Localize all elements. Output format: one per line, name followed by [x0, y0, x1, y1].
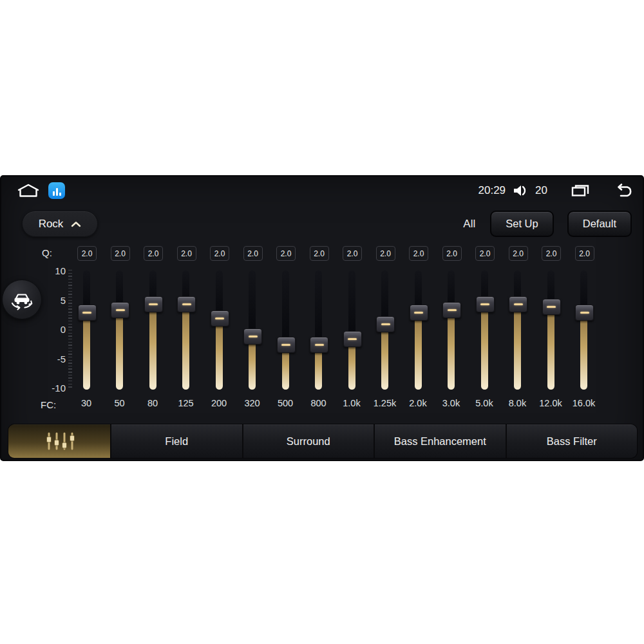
- back-icon[interactable]: [613, 183, 634, 198]
- gain-slider-handle-800[interactable]: [310, 337, 328, 353]
- recent-apps-icon[interactable]: [571, 183, 590, 198]
- slider-track-lower-200[interactable]: [216, 318, 223, 390]
- slider-track-lower-1.25k[interactable]: [381, 324, 388, 390]
- default-button[interactable]: Default: [567, 211, 632, 237]
- car-360-button[interactable]: [2, 279, 42, 319]
- clock: 20:29: [478, 184, 506, 197]
- gain-slider-handle-320[interactable]: [243, 328, 262, 345]
- gain-slider-handle-200[interactable]: [211, 310, 229, 327]
- q-value-1.25k[interactable]: 2.0: [376, 246, 395, 261]
- tab-bass-filter[interactable]: Bass Filter: [507, 424, 638, 458]
- handle-grip-mark: [315, 344, 324, 346]
- slider-track-upper-320[interactable]: [249, 270, 256, 336]
- bottom-tab-bar: FieldSurroundBass EnhancementBass Filter: [8, 424, 638, 459]
- slider-track-lower-8.0k[interactable]: [514, 303, 521, 390]
- handle-grip-mark: [414, 312, 423, 314]
- car-360-icon: [9, 288, 35, 311]
- axis-tick-ruler: [68, 270, 72, 390]
- all-label[interactable]: All: [463, 218, 477, 231]
- q-value-500[interactable]: 2.0: [276, 246, 296, 261]
- gain-slider-handle-500[interactable]: [277, 337, 296, 353]
- slider-track-lower-50[interactable]: [116, 309, 123, 390]
- q-value-125[interactable]: 2.0: [177, 246, 196, 261]
- slider-track-upper-800[interactable]: [315, 270, 322, 345]
- equalizer-screen: 20:29 20 Rock All Set Up Defau: [0, 175, 644, 461]
- q-value-3.0k[interactable]: 2.0: [442, 246, 462, 261]
- equalizer-sliders-icon: [43, 431, 76, 451]
- slider-track-upper-1.0k[interactable]: [348, 270, 355, 339]
- slider-track-lower-2.0k[interactable]: [415, 312, 422, 390]
- handle-grip-mark: [281, 344, 290, 346]
- slider-track-lower-80[interactable]: [149, 303, 156, 390]
- slider-track-lower-5.0k[interactable]: [481, 303, 488, 390]
- fc-value-16.0k: 16.0k: [565, 398, 603, 408]
- handle-grip-mark: [82, 312, 91, 314]
- axis-label-10: 10: [37, 265, 66, 277]
- handle-grip-mark: [182, 303, 191, 305]
- preset-label: Rock: [39, 218, 64, 231]
- volume-icon: [513, 184, 528, 198]
- q-value-5.0k[interactable]: 2.0: [475, 246, 495, 261]
- setup-button[interactable]: Set Up: [490, 211, 553, 237]
- equalizer-app-icon[interactable]: [48, 182, 65, 199]
- q-value-30[interactable]: 2.0: [77, 246, 97, 261]
- q-value-8.0k[interactable]: 2.0: [509, 246, 528, 261]
- eq-bar: [59, 193, 61, 196]
- q-value-800[interactable]: 2.0: [310, 246, 329, 261]
- gain-slider-handle-80[interactable]: [144, 296, 163, 312]
- gain-slider-handle-5.0k[interactable]: [476, 296, 495, 312]
- slider-track-lower-30[interactable]: [83, 312, 90, 390]
- gain-slider-handle-3.0k[interactable]: [442, 302, 461, 318]
- gain-slider-handle-50[interactable]: [111, 302, 129, 318]
- handle-grip-mark: [348, 338, 357, 340]
- preset-dropdown[interactable]: Rock: [22, 211, 98, 237]
- handle-grip-mark: [547, 306, 556, 308]
- q-value-200[interactable]: 2.0: [210, 246, 229, 261]
- q-row-label: Q:: [42, 247, 52, 258]
- handle-grip-mark: [149, 303, 158, 305]
- q-value-12.0k[interactable]: 2.0: [542, 246, 561, 261]
- gain-slider-handle-16.0k[interactable]: [575, 305, 594, 321]
- slider-track-lower-12.0k[interactable]: [547, 307, 554, 390]
- axis-label--5: -5: [37, 354, 66, 365]
- q-value-16.0k[interactable]: 2.0: [575, 246, 594, 261]
- handle-grip-mark: [215, 317, 224, 319]
- axis-label-0: 0: [37, 324, 66, 336]
- handle-grip-mark: [249, 336, 258, 337]
- slider-track-lower-3.0k[interactable]: [448, 309, 455, 390]
- eq-bar: [56, 188, 58, 196]
- gain-slider-handle-1.0k[interactable]: [343, 331, 362, 347]
- fc-row-label: FC:: [41, 399, 56, 410]
- tab-equalizer[interactable]: [8, 424, 110, 458]
- gain-slider-handle-2.0k[interactable]: [410, 305, 428, 321]
- gain-slider-handle-1.25k[interactable]: [376, 316, 395, 332]
- gain-slider-handle-30[interactable]: [78, 305, 97, 321]
- handle-grip-mark: [448, 309, 457, 311]
- volume-level: 20: [535, 184, 547, 197]
- q-value-1.0k[interactable]: 2.0: [343, 246, 362, 261]
- axis-label--10: -10: [37, 383, 66, 394]
- tab-bass-enhancement[interactable]: Bass Enhancement: [375, 424, 506, 458]
- handle-grip-mark: [480, 303, 489, 305]
- handle-grip-mark: [580, 312, 589, 314]
- gain-slider-handle-12.0k[interactable]: [542, 299, 561, 315]
- q-value-50[interactable]: 2.0: [111, 246, 130, 261]
- handle-grip-mark: [514, 303, 523, 305]
- home-icon[interactable]: [17, 183, 40, 198]
- slider-track-lower-16.0k[interactable]: [580, 312, 587, 390]
- chevron-up-icon: [71, 221, 81, 227]
- gain-slider-handle-8.0k[interactable]: [509, 296, 527, 312]
- tab-surround[interactable]: Surround: [243, 424, 374, 458]
- slider-track-upper-500[interactable]: [282, 270, 289, 345]
- q-value-80[interactable]: 2.0: [144, 246, 163, 261]
- handle-grip-mark: [381, 323, 390, 325]
- status-bar: 20:29 20: [17, 180, 634, 201]
- q-value-2.0k[interactable]: 2.0: [409, 246, 428, 261]
- q-value-320[interactable]: 2.0: [243, 246, 263, 261]
- slider-track-lower-125[interactable]: [182, 303, 189, 390]
- gain-slider-handle-125[interactable]: [177, 296, 196, 312]
- eq-bar: [53, 191, 55, 196]
- tab-field[interactable]: Field: [111, 424, 242, 458]
- header-actions: All Set Up Default: [463, 211, 632, 237]
- handle-grip-mark: [116, 309, 125, 311]
